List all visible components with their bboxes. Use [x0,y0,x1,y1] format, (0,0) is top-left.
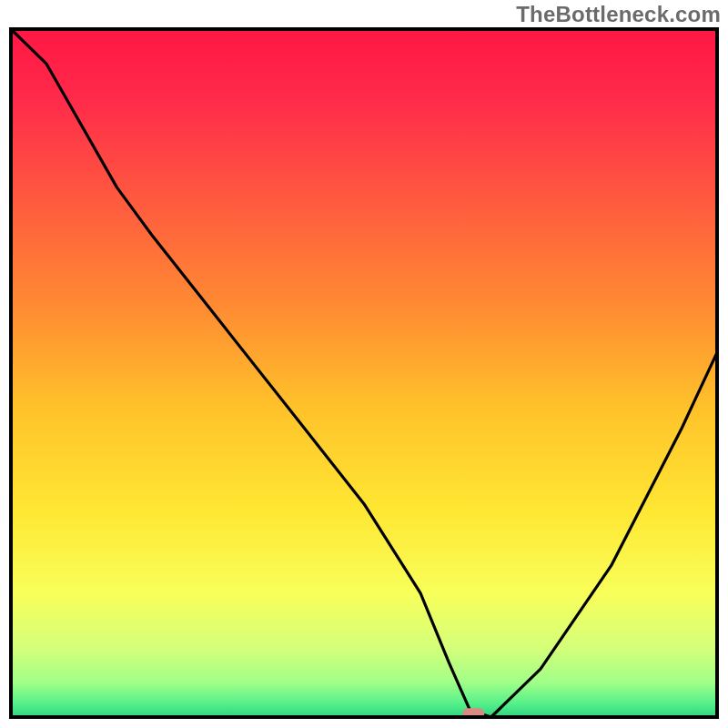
watermark-text: TheBottleneck.com [516,2,721,27]
chart-container: TheBottleneck.com [0,0,728,728]
bottleneck-chart [9,27,719,719]
plot-area [9,27,719,719]
gradient-background [11,29,717,717]
